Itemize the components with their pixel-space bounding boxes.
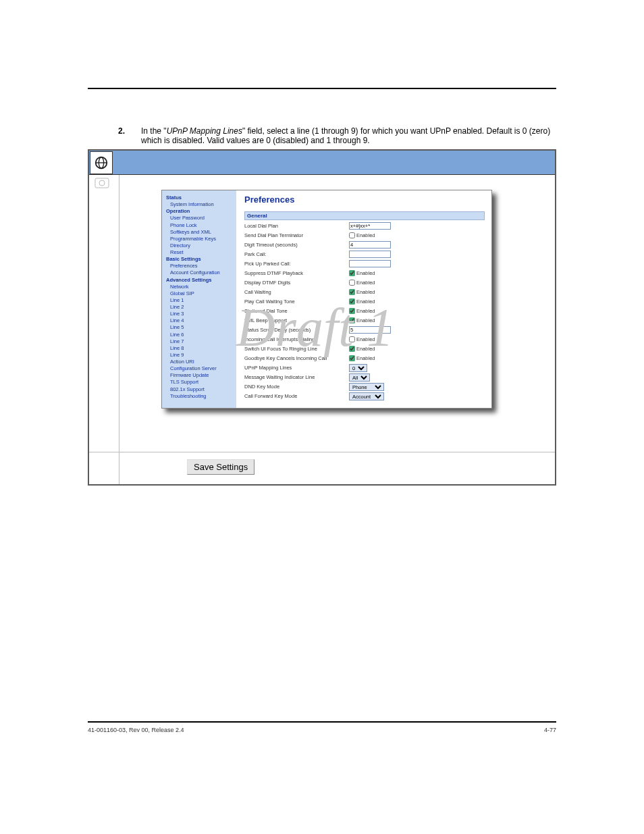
sidebar-header-status: Status — [166, 194, 234, 201]
sidebar-item[interactable]: Line 7 — [166, 338, 234, 345]
sidebar-item[interactable]: Global SIP — [166, 290, 234, 297]
sidebar-item[interactable]: Directory — [166, 242, 234, 249]
sidebar-item[interactable]: Softkeys and XML — [166, 229, 234, 236]
label-suppress-dtmf: Suppress DTMF Playback — [244, 270, 349, 276]
label-cf-mode: Call Forward Key Mode — [244, 393, 349, 399]
sidebar-item[interactable]: Line 5 — [166, 324, 234, 331]
cf-mode-select[interactable]: Account — [349, 392, 384, 400]
sidebar-item[interactable]: Line 9 — [166, 352, 234, 359]
display-dtmf-checkbox[interactable] — [349, 280, 355, 286]
label-local-dial-plan: Local Dial Plan — [244, 223, 349, 229]
sidebar-item[interactable]: Line 3 — [166, 311, 234, 317]
globe-icon — [90, 151, 113, 174]
label-status-scroll: Status Scroll Delay (seconds) — [244, 327, 349, 333]
play-cw-tone-checkbox[interactable] — [349, 298, 355, 305]
sidebar-item[interactable]: Action URI — [166, 359, 234, 365]
label-mwi-line: Message Waiting Indicator Line — [244, 374, 349, 380]
sidebar-item[interactable]: TLS Support — [166, 379, 234, 386]
indicator-column — [89, 175, 119, 452]
label-stuttered: Stuttered Dial Tone — [244, 308, 349, 314]
sidebar-item[interactable]: Programmable Keys — [166, 236, 234, 242]
pickup-parked-input[interactable] — [349, 260, 391, 267]
sidebar: Status System Information Operation User… — [162, 190, 236, 408]
svg-rect-3 — [95, 178, 109, 188]
sidebar-item[interactable]: Phone Lock — [166, 222, 234, 229]
status-scroll-input[interactable] — [349, 326, 391, 334]
sidebar-item[interactable]: Configuration Server — [166, 365, 234, 372]
stuttered-checkbox[interactable] — [349, 308, 355, 314]
label-digit-timeout: Digit Timeout (seconds) — [244, 242, 349, 248]
sidebar-item[interactable]: Firmware Update — [166, 372, 234, 379]
title-bar — [89, 151, 555, 175]
label-dnd-mode: DND Key Mode — [244, 384, 349, 390]
sidebar-item[interactable]: Preferences — [166, 263, 234, 269]
label-xml-beep: XML Beep Support — [244, 317, 349, 323]
sidebar-header-basic: Basic Settings — [166, 256, 234, 263]
section-general: General — [244, 211, 485, 220]
xml-beep-checkbox[interactable] — [349, 317, 355, 323]
label-park-call: Park Call: — [244, 251, 349, 257]
page-title: Preferences — [244, 194, 485, 205]
sidebar-item[interactable]: Line 8 — [166, 345, 234, 352]
call-waiting-checkbox[interactable] — [349, 289, 355, 295]
sidebar-item[interactable]: Line 4 — [166, 317, 234, 324]
webui-icon — [95, 178, 109, 191]
suppress-dtmf-checkbox[interactable] — [349, 270, 355, 276]
send-terminator-checkbox[interactable] — [349, 232, 355, 238]
sidebar-item[interactable]: Troubleshooting — [166, 393, 234, 400]
sidebar-item[interactable]: Network — [166, 284, 234, 290]
local-dial-plan-input[interactable] — [349, 222, 391, 230]
label-incoming-interrupt: Incoming Call Interrupts Dialing — [244, 336, 349, 342]
label-goodbye-cancel: Goodbye Key Cancels Incoming Call — [244, 355, 349, 361]
step-text: In the "UPnP Mapping Lines" field, selec… — [141, 126, 556, 145]
svg-point-4 — [99, 180, 105, 186]
label-upnp: UPnP Mapping Lines — [244, 365, 349, 371]
save-settings-button[interactable]: Save Settings — [187, 459, 254, 475]
label-pickup-parked: Pick Up Parked Call: — [244, 261, 349, 267]
sidebar-item[interactable]: User Password — [166, 215, 234, 221]
switch-focus-checkbox[interactable] — [349, 346, 355, 352]
mwi-line-select[interactable]: All — [349, 373, 370, 382]
footer-right: 4-77 — [544, 727, 556, 733]
label-play-cw-tone: Play Call Waiting Tone — [244, 298, 349, 305]
sidebar-item[interactable]: 802.1x Support — [166, 386, 234, 393]
label-call-waiting: Call Waiting — [244, 289, 349, 295]
label-switch-focus: Switch UI Focus To Ringing Line — [244, 346, 349, 352]
goodbye-cancel-checkbox[interactable] — [349, 355, 355, 361]
aastra-webui-frame: Status System Information Operation User… — [88, 149, 556, 486]
dnd-mode-select[interactable]: Phone — [349, 383, 384, 391]
sidebar-item[interactable]: Reset — [166, 249, 234, 256]
sidebar-item[interactable]: Line 1 — [166, 297, 234, 304]
sidebar-item[interactable]: Line 6 — [166, 332, 234, 338]
sidebar-header-operation: Operation — [166, 208, 234, 215]
park-call-input[interactable] — [349, 251, 391, 258]
step-number: 2. — [118, 126, 141, 145]
label-send-terminator: Send Dial Plan Terminator — [244, 232, 349, 238]
footer-left: 41-001160-03, Rev 00, Release 2.4 — [88, 727, 184, 733]
sidebar-item[interactable]: System Information — [166, 201, 234, 208]
label-display-dtmf: Display DTMF Digits — [244, 280, 349, 286]
sidebar-item[interactable]: Account Configuration — [166, 269, 234, 276]
digit-timeout-input[interactable] — [349, 241, 391, 249]
sidebar-item[interactable]: Line 2 — [166, 304, 234, 311]
sidebar-header-advanced: Advanced Settings — [166, 277, 234, 284]
upnp-select[interactable]: 0 — [349, 364, 367, 372]
incoming-interrupt-checkbox[interactable] — [349, 336, 355, 342]
